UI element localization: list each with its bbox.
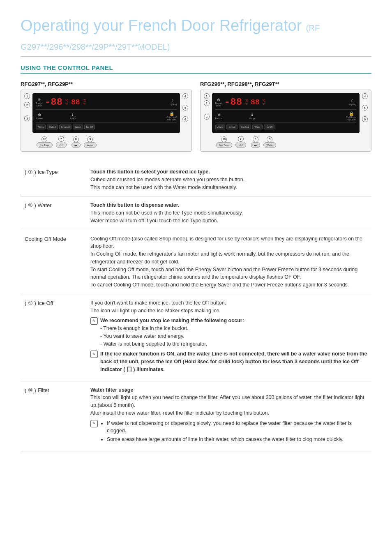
- num-3-r: 3: [204, 114, 210, 120]
- num-10-r: 10: [221, 136, 227, 142]
- right-btn-cubed[interactable]: Cubed: [226, 125, 237, 129]
- row-ice-off: ( ⑨ ) Ice Off If you don't want to make …: [21, 294, 371, 381]
- left-btn-crushed[interactable]: Crushed: [59, 125, 72, 129]
- left-bottom-icetype[interactable]: Ice Type: [37, 142, 53, 148]
- left-bottom-7[interactable]: ◁◁: [56, 142, 67, 148]
- num-5-r: 5: [362, 105, 368, 111]
- right-temp-med: 88: [251, 98, 260, 106]
- control-panels-row: RFG297**, RFG29P** 1 2 3 ⊕EnergySaver -8…: [21, 81, 371, 152]
- num-2-r: 2: [204, 100, 210, 106]
- filter-note: ✎ If water is not dispensing or dispensi…: [90, 420, 367, 444]
- right-btn-crushed[interactable]: Crushed: [239, 125, 251, 129]
- right-btn-alarm[interactable]: Alarm: [215, 125, 225, 129]
- page-title: Operating your French Door Refrigerator …: [21, 16, 371, 57]
- ice-type-desc: Touch this button to select your desired…: [86, 163, 371, 196]
- num-5: 5: [182, 105, 188, 111]
- num-8-left: 8: [73, 136, 79, 142]
- ice-off-label: ( ⑨ ) Ice Off: [21, 294, 86, 381]
- ice-off-note1: ✎ We recommend you stop ice making if th…: [90, 317, 367, 348]
- row-filter: ( ⑩ ) Filter Water filter usage This ico…: [21, 381, 371, 452]
- bottom-buttons-row-right: 10 Ice Type 7 ◁◁ 8 ▬ 9 Water: [204, 136, 368, 148]
- filter-note-list: If water is not dispensing or dispensing…: [107, 420, 367, 443]
- row-water: ( ⑧ ) Water Touch this button to dispens…: [21, 196, 371, 230]
- num-4-r: 4: [362, 93, 368, 99]
- filter-label: ( ⑩ ) Filter: [21, 381, 86, 452]
- left-bottom-water[interactable]: Water: [84, 142, 97, 148]
- filter-desc: Water filter usage This icon will light …: [86, 381, 371, 452]
- num-9-left: 9: [87, 136, 93, 142]
- note-icon-filter: ✎: [90, 420, 98, 427]
- features-table: ( ⑦ ) Ice Type Touch this button to sele…: [21, 163, 371, 452]
- right-temp-big: -88: [224, 97, 242, 108]
- right-btn-water[interactable]: Water: [252, 125, 262, 129]
- left-btn-alarm[interactable]: Alarm: [36, 125, 46, 129]
- num-1-r: 1: [204, 93, 210, 99]
- title-text: Operating your French Door Refrigerator: [21, 17, 302, 34]
- section-heading: USING THE CONTROL PANEL: [21, 64, 371, 74]
- water-desc: Touch this button to dispense water. Thi…: [86, 196, 371, 230]
- note-icon-1: ✎: [90, 317, 98, 325]
- left-btn-water[interactable]: Water: [73, 125, 83, 129]
- ice-off-desc: If you don't want to make more ice, touc…: [86, 294, 371, 381]
- left-btn-row: Alarm Cubed Crushed Water Ice Off: [36, 125, 177, 129]
- ice-type-label: ( ⑦ ) Ice Type: [21, 163, 86, 196]
- left-display-inner: ⊕EnergySaver -88 °C°F 88 °C°F ☾Lighting …: [32, 93, 180, 133]
- num-7-left: 7: [58, 136, 64, 142]
- water-label: ( ⑧ ) Water: [21, 196, 86, 230]
- right-bottom-water[interactable]: Water: [263, 142, 277, 148]
- row-cooling-off: Cooling Off Mode Cooling Off mode (also …: [21, 230, 371, 294]
- num-2: 2: [24, 102, 30, 108]
- num-3: 3: [24, 115, 30, 121]
- left-btn-cubed[interactable]: Cubed: [47, 125, 58, 129]
- num-6-r: 6: [362, 116, 368, 122]
- row-ice-type: ( ⑦ ) Ice Type Touch this button to sele…: [21, 163, 371, 196]
- bottom-buttons-row-left: 10 Ice Type 7 ◁◁ 8 ▬ 9 Water: [24, 136, 188, 148]
- right-panel-title: RFG296**, RFG298**, RFG29T**: [200, 81, 371, 87]
- cooling-off-label: Cooling Off Mode: [21, 230, 86, 294]
- right-btn-row: Alarm Cubed Crushed Water Ice Off: [215, 125, 356, 129]
- right-display-inner: ⊕EnergySaver -88 °C°F 88 °C°F ☾Lighting …: [212, 93, 360, 133]
- right-bottom-7[interactable]: ◁◁: [235, 142, 246, 148]
- cooling-off-desc: Cooling Off mode (also called Shop mode)…: [86, 230, 371, 294]
- num-1: 1: [24, 93, 30, 99]
- right-bottom-8[interactable]: ▬: [251, 142, 260, 148]
- left-panel-title: RFG297**, RFG29P**: [21, 81, 192, 87]
- left-btn-iceoff[interactable]: Ice Off: [84, 125, 95, 129]
- left-temp-big: -88: [45, 97, 62, 108]
- num-10-left: 10: [42, 136, 47, 142]
- num-9-r: 9: [267, 136, 272, 142]
- num-8-r: 8: [253, 136, 258, 142]
- num-4: 4: [182, 93, 188, 99]
- right-panel-diagram: 1 2 3 ⊕EnergySaver -88 °C°F 88 °C°F ☾Lig…: [200, 90, 371, 152]
- left-temp-med: 88: [71, 98, 80, 106]
- num-7-r: 7: [238, 136, 244, 142]
- left-panel-diagram: 1 2 3 ⊕EnergySaver -88 °C°F 88 °C°F ☾Lig…: [21, 90, 192, 152]
- left-bottom-8[interactable]: ▬: [71, 142, 81, 148]
- note-icon-2: ✎: [90, 351, 98, 358]
- panel-group-right: RFG296**, RFG298**, RFG29T** 1 2 3 ⊕Ener…: [200, 81, 371, 152]
- ice-off-note2: ✎ If the ice maker function is ON, and t…: [90, 350, 367, 373]
- right-bottom-icetype[interactable]: Ice Type: [216, 142, 232, 148]
- panel-group-left: RFG297**, RFG29P** 1 2 3 ⊕EnergySaver -8…: [21, 81, 192, 152]
- num-6: 6: [182, 116, 188, 122]
- right-btn-iceoff[interactable]: Ice Off: [264, 125, 274, 129]
